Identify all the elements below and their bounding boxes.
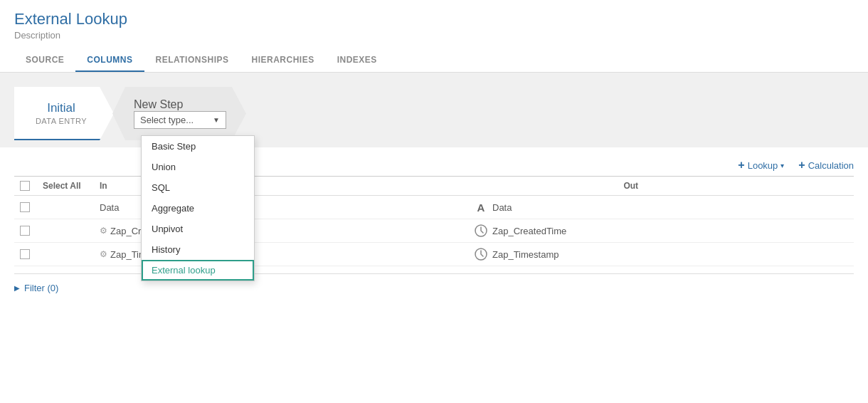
calculation-button[interactable]: + Calculation	[798, 159, 854, 172]
step-initial-sub: DATA ENTRY	[36, 117, 87, 125]
text-type-icon: A	[474, 200, 488, 214]
select-type-dropdown[interactable]: Select type... ▼	[134, 111, 226, 129]
step-initial[interactable]: Initial DATA ENTRY	[14, 87, 114, 140]
gear-icon: ⚙	[100, 226, 107, 236]
select-type-text: Select type...	[140, 115, 194, 125]
lookup-button[interactable]: + Lookup ▾	[738, 159, 784, 172]
plus-calc-icon: +	[798, 159, 805, 172]
dropdown-item-aggregate[interactable]: Aggregate	[142, 198, 254, 219]
step-initial-label: Initial	[47, 101, 75, 115]
step-new: New Step Select type... ▼	[112, 87, 246, 140]
lookup-label: Lookup	[748, 160, 778, 171]
plus-lookup-icon: +	[738, 159, 744, 172]
filter-arrow-icon: ▶	[14, 284, 20, 292]
table-row: ⚙ Zap_Timestam... Zap_Timestamp	[14, 243, 854, 266]
row3-checkbox-cell	[20, 249, 43, 259]
tab-hierarchies[interactable]: HIERARCHIES	[240, 49, 325, 72]
step-type-dropdown-menu: Basic Step Union SQL Aggregate Unpivot H…	[141, 135, 255, 281]
toolbar-row: + Lookup ▾ + Calculation	[14, 155, 854, 176]
select-all-label: Select All	[43, 181, 100, 191]
table-header: Select All In Out	[14, 177, 854, 196]
row2-checkbox[interactable]	[20, 226, 30, 236]
datetime-type-icon	[474, 224, 488, 238]
filter-row[interactable]: ▶ Filter (0)	[0, 274, 868, 302]
row3-checkbox[interactable]	[20, 249, 30, 259]
row2-checkbox-cell	[20, 226, 43, 236]
table-row: Data A Data	[14, 196, 854, 219]
dropdown-item-union[interactable]: Union	[142, 157, 254, 177]
table-area: Select All In Out Data A Data	[14, 176, 854, 266]
tab-source[interactable]: SOURCE	[14, 49, 75, 72]
dropdown-item-basic-step[interactable]: Basic Step	[142, 136, 254, 157]
tab-indexes[interactable]: INDEXES	[326, 49, 388, 72]
tab-columns[interactable]: COLUMNS	[75, 49, 144, 72]
lookup-chevron-icon: ▾	[780, 162, 784, 169]
dropdown-item-unpivot[interactable]: Unpivot	[142, 219, 254, 239]
main-content: + Lookup ▾ + Calculation Select All In O…	[0, 147, 868, 273]
gear-icon: ⚙	[100, 249, 107, 259]
calculation-label: Calculation	[808, 160, 854, 171]
select-all-checkbox[interactable]	[20, 181, 30, 191]
col-out-header: Out	[474, 181, 848, 191]
row3-out: Zap_Timestamp	[474, 247, 848, 261]
page-description: Description	[14, 30, 854, 41]
dropdown-item-sql[interactable]: SQL	[142, 177, 254, 198]
header-checkbox-cell	[20, 181, 43, 191]
chevron-down-icon: ▼	[213, 116, 220, 124]
row2-out-text: Zap_CreatedTime	[492, 226, 566, 236]
tab-relationships[interactable]: RELATIONSHIPS	[144, 49, 240, 72]
dropdown-item-history[interactable]: History	[142, 239, 254, 260]
tabs-bar: SOURCE COLUMNS RELATIONSHIPS HIERARCHIES…	[0, 49, 868, 73]
filter-label: Filter (0)	[24, 283, 58, 293]
row1-in-text: Data	[100, 202, 119, 213]
datetime-type-icon2	[474, 247, 488, 261]
row1-checkbox-cell	[20, 202, 43, 212]
pipeline-area: Initial DATA ENTRY New Step Select type.…	[0, 73, 868, 147]
row1-out: A Data	[474, 200, 848, 214]
row1-out-text: Data	[492, 202, 512, 213]
dropdown-item-external-lookup[interactable]: External lookup	[142, 260, 254, 281]
page-title: External Lookup	[14, 10, 854, 28]
row3-out-text: Zap_Timestamp	[492, 249, 559, 260]
row2-out: Zap_CreatedTime	[474, 224, 848, 238]
table-row: ⚙ Zap_CreatedT... Zap_CreatedTime	[14, 219, 854, 243]
step-new-label: New Step	[134, 98, 183, 111]
row1-checkbox[interactable]	[20, 202, 30, 212]
